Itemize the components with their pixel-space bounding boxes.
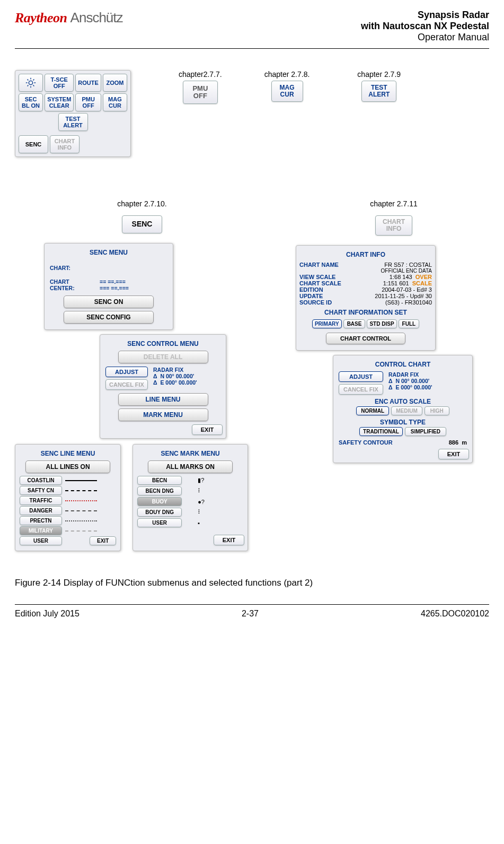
all-marks-on-button[interactable]: ALL MARKS ON <box>148 460 233 473</box>
chart-control-button[interactable]: CHART CONTROL <box>326 333 405 344</box>
line-item[interactable]: PRECTN <box>20 516 62 525</box>
line-item[interactable]: DANGER <box>20 506 62 515</box>
chart-center-label: CHART CENTER: <box>50 279 87 291</box>
chart-info-callout[interactable]: CHART INFO <box>375 215 412 236</box>
mag-cur-button[interactable]: MAG CUR <box>103 93 127 111</box>
cc-adjust-button[interactable]: ADJUST <box>339 371 383 382</box>
chart-info-set-title: CHART INFORMATION SET <box>299 309 432 316</box>
footer-center: 2-37 <box>242 609 259 619</box>
pmu-off-callout[interactable]: PMU OFF <box>183 81 218 104</box>
edition-value: 2004-07-03 - Ed# 3 <box>382 286 432 293</box>
traditional-button[interactable]: TRADITIONAL <box>359 427 403 436</box>
senc-callout[interactable]: SENC <box>122 215 162 233</box>
title-line-1: Synapsis Radar <box>361 10 489 21</box>
base-button[interactable]: BASE <box>343 319 366 328</box>
senc-control-exit-button[interactable]: EXIT <box>192 424 223 435</box>
senc-control-title: SENC CONTROL MENU <box>103 340 223 347</box>
raytheon-logo: Raytheon <box>15 10 67 26</box>
view-scale-value: 1:68 143 <box>390 274 412 280</box>
primary-button[interactable]: PRIMARY <box>312 319 342 328</box>
chart-scale-label: CHART SCALE <box>299 280 341 286</box>
senc-mark-title: SENC MARK MENU <box>136 450 244 457</box>
senc-on-button[interactable]: SENC ON <box>64 295 154 308</box>
senc-config-button[interactable]: SENC CONFIG <box>64 311 154 324</box>
callout-test: chapter 2.7.9 TEST ALERT <box>357 70 401 102</box>
route-button[interactable]: ROUTE <box>75 74 101 92</box>
mark-item[interactable]: USER <box>137 518 182 527</box>
cancel-fix-button[interactable]: CANCEL FIX <box>105 379 148 390</box>
senc-line-panel: SENC LINE MENU ALL LINES ON COASTLIN SAF… <box>15 444 121 551</box>
mark-item[interactable]: BUOY <box>137 497 182 506</box>
row-1: T-SCE OFF ROUTE ZOOM SEC BL ON SYSTEM CL… <box>15 70 489 157</box>
logo-group: Raytheon Anschütz <box>15 10 123 26</box>
cc-cancel-fix-button[interactable]: CANCEL FIX <box>339 384 383 395</box>
system-clear-button[interactable]: SYSTEM CLEAR <box>45 93 74 111</box>
radar-fix-e: E 000° 00.000' <box>160 379 197 386</box>
test-alert-button[interactable]: TEST ALERT <box>58 113 88 131</box>
update-value: 2011-11-25 - Upd# 30 <box>375 293 432 299</box>
mark-item[interactable]: BECN DNG <box>137 486 182 495</box>
full-button[interactable]: FULL <box>399 319 420 328</box>
source-id-value: (S63) - FR301040 <box>385 299 432 306</box>
std-disp-button[interactable]: STD DISP <box>367 319 396 328</box>
over-tag: OVER <box>415 274 432 280</box>
tsce-off-button[interactable]: T-SCE OFF <box>45 74 74 92</box>
svg-line-8 <box>33 80 34 81</box>
line-menu-button[interactable]: LINE MENU <box>118 393 208 406</box>
line-item[interactable]: USER <box>20 536 62 545</box>
callout-pmu: chapter2.7.7. PMU OFF <box>179 70 222 104</box>
pmu-off-button[interactable]: PMU OFF <box>75 93 101 111</box>
sun-icon-button[interactable] <box>19 74 43 92</box>
delete-all-button[interactable]: DELETE ALL <box>118 351 208 363</box>
all-lines-on-button[interactable]: ALL LINES ON <box>25 460 110 473</box>
section-2711: chapter 2.7.11 CHART INFO CHART INFO CHA… <box>312 199 476 551</box>
update-label: UPDATE <box>299 293 323 299</box>
chapter-278-label: chapter 2.7.8. <box>264 70 310 79</box>
callout-mag: chapter 2.7.8. MAG CUR <box>264 70 310 102</box>
svg-line-5 <box>28 80 29 81</box>
mark-symbol-icon: ⠇ <box>198 488 202 494</box>
adjust-button[interactable]: ADJUST <box>105 367 148 377</box>
senc-line-title: SENC LINE MENU <box>19 450 117 457</box>
chart-name-v1: FR S57 : COSTAL <box>384 262 432 268</box>
chart-info-title: CHART INFO <box>299 251 432 258</box>
chapter-2711-label: chapter 2.7.11 <box>312 199 476 208</box>
mark-symbol-icon: ●? <box>198 499 205 505</box>
mark-menu-button[interactable]: MARK MENU <box>118 408 208 421</box>
document-title: Synapsis Radar with Nautoscan NX Pedesta… <box>361 10 489 43</box>
row-2: chapter 2.7.10. SENC SENC MENU CHART: CH… <box>15 199 489 551</box>
senc-line-exit-button[interactable]: EXIT <box>90 536 116 545</box>
title-line-3: Operator Manual <box>361 32 489 43</box>
senc-mark-exit-button[interactable]: EXIT <box>214 535 244 545</box>
simplified-button[interactable]: SIMPLIFIED <box>405 427 446 436</box>
cc-radar-fix-n: N 00° 00.000' <box>395 378 429 384</box>
control-chart-title: CONTROL CHART <box>337 361 469 368</box>
chapter-277-label: chapter2.7.7. <box>179 70 222 79</box>
line-item[interactable]: SAFTY CN <box>20 486 62 495</box>
zoom-button[interactable]: ZOOM <box>103 74 127 92</box>
source-id-label: SOURCE ID <box>299 299 332 306</box>
senc-button[interactable]: SENC <box>19 135 48 153</box>
line-item[interactable]: MILITARY <box>20 526 62 535</box>
enc-auto-scale-title: ENC AUTO SCALE <box>337 398 469 405</box>
mark-item[interactable]: BECN <box>137 476 182 485</box>
senc-mark-panel: SENC MARK MENU ALL MARKS ON BECN▮? BECN … <box>132 444 248 551</box>
line-item[interactable]: TRAFFIC <box>20 496 62 505</box>
mark-symbol-icon: ▮? <box>198 477 204 484</box>
safety-contour-label: SAFETY CONTOUR <box>339 439 393 446</box>
secbl-on-button[interactable]: SEC BL ON <box>19 93 43 111</box>
anschutz-logo: Anschütz <box>70 10 123 26</box>
line-item[interactable]: COASTLIN <box>20 476 62 485</box>
cc-radar-fix-label: RADAR FIX <box>388 371 467 378</box>
high-button[interactable]: HIGH <box>425 406 449 415</box>
symbol-type-title: SYMBOL TYPE <box>337 419 469 426</box>
chart-name-v2: OFFICIAL ENC DATA <box>381 268 432 274</box>
mag-cur-callout[interactable]: MAG CUR <box>271 81 303 102</box>
normal-button[interactable]: NORMAL <box>356 406 389 415</box>
test-alert-callout[interactable]: TEST ALERT <box>361 81 396 102</box>
medium-button[interactable]: MEDIUM <box>391 406 422 415</box>
chart-info-button[interactable]: CHART INFO <box>50 135 79 153</box>
control-chart-exit-button[interactable]: EXIT <box>438 449 469 459</box>
chart-name-label: CHART NAME <box>299 262 339 268</box>
mark-item[interactable]: BOUY DNG <box>137 508 182 517</box>
